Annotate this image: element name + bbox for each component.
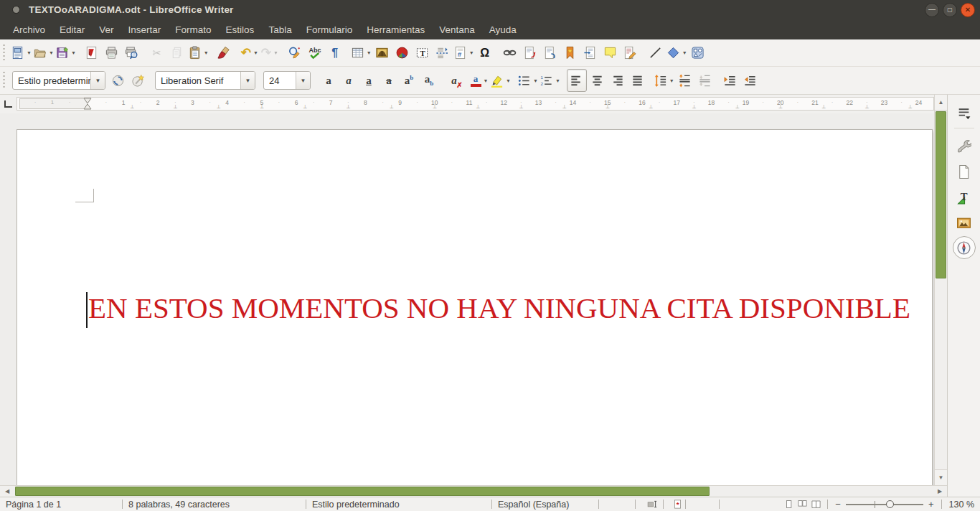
paste-button[interactable]: ▼	[188, 42, 209, 64]
status-page-number[interactable]: Página 1 de 1	[0, 497, 122, 511]
align-left-button[interactable]	[567, 69, 587, 92]
formatting-marks-button[interactable]: ¶	[326, 42, 344, 64]
strikethrough-button[interactable]: a	[380, 70, 398, 91]
redo-dropdown-arrow-icon[interactable]: ▼	[273, 50, 278, 55]
zoom-in-icon[interactable]: +	[928, 500, 934, 509]
zoom-slider[interactable]: − +	[828, 500, 941, 509]
clear-formatting-button[interactable]: a✗	[445, 70, 463, 91]
chevron-down-icon[interactable]: ▼	[90, 72, 105, 89]
menu-ver[interactable]: Ver	[92, 19, 121, 39]
menu-tabla[interactable]: Tabla	[261, 19, 298, 39]
status-page-style[interactable]: Estilo predeterminado	[306, 497, 491, 511]
status-language[interactable]: Español (España)	[492, 497, 598, 511]
vertical-scrollbar[interactable]: ▲ ▼	[934, 95, 947, 485]
document-page[interactable]: EN ESTOS MOMENTOS NO HAY NINGUNA CITA DI…	[17, 129, 933, 485]
unordered-list-dropdown-arrow-icon[interactable]: ▼	[533, 78, 538, 83]
open-dropdown-arrow-icon[interactable]: ▼	[49, 50, 54, 55]
print-button[interactable]	[103, 42, 121, 64]
update-style-button[interactable]	[108, 70, 127, 91]
bold-button[interactable]: a	[319, 70, 338, 91]
find-replace-button[interactable]	[286, 42, 304, 64]
sidebar-tab-sidebar-settings[interactable]	[953, 102, 975, 123]
font-name-combo[interactable]: Liberation Serif ▼	[155, 71, 255, 90]
close-button[interactable]: ✕	[961, 3, 975, 17]
horizontal-ruler[interactable]: 1·2·3·4·5·6·7·8·9·10·11·12·13·14·15·16·1…	[0, 95, 980, 113]
horizontal-scrollbar[interactable]: ◀ ▶	[0, 485, 947, 497]
new-style-button[interactable]	[128, 70, 147, 91]
scroll-left-arrow[interactable]: ◀	[0, 486, 14, 497]
line-spacing-button[interactable]: ▼	[654, 70, 674, 91]
insert-comment-button[interactable]	[601, 42, 620, 64]
spelling-button[interactable]: Abc	[306, 42, 324, 64]
superscript-button[interactable]: ab	[400, 70, 418, 91]
minimize-button[interactable]: —	[925, 3, 939, 17]
paste-dropdown-arrow-icon[interactable]: ▼	[204, 50, 209, 55]
zoom-slider-handle[interactable]	[886, 500, 894, 508]
insert-table-dropdown-arrow-icon[interactable]: ▼	[367, 50, 372, 55]
insert-image-button[interactable]	[373, 42, 392, 64]
vertical-scrollbar-thumb[interactable]	[936, 111, 946, 278]
selection-mode-icon[interactable]	[636, 497, 663, 511]
toolbar-drag-handle[interactable]	[1, 44, 8, 62]
show-draw-functions-button[interactable]	[689, 42, 707, 64]
menu-formato[interactable]: Formato	[168, 19, 218, 39]
font-color-button[interactable]: a▼	[470, 70, 489, 91]
zoom-level[interactable]: 130 %	[942, 497, 980, 511]
increase-indent-button[interactable]	[721, 70, 740, 91]
menu-editar[interactable]: Editar	[52, 19, 92, 39]
view-single-icon[interactable]	[783, 499, 794, 510]
paragraph-style-combo[interactable]: Estilo predeterminado ▼	[12, 71, 105, 90]
insert-table-button[interactable]: ▼	[351, 42, 372, 64]
insert-cross-reference-button[interactable]	[581, 42, 600, 64]
align-center-button[interactable]	[588, 70, 607, 91]
clone-formatting-button[interactable]	[215, 42, 234, 64]
open-button[interactable]: ▼	[33, 42, 54, 64]
indent-marker[interactable]	[83, 96, 92, 114]
insert-line-button[interactable]	[646, 42, 665, 64]
menu-insertar[interactable]: Insertar	[121, 19, 169, 39]
insert-footnote-button[interactable]	[521, 42, 540, 64]
document-workspace[interactable]: EN ESTOS MOMENTOS NO HAY NINGUNA CITA DI…	[0, 113, 934, 485]
font-size-combo[interactable]: 24 ▼	[263, 71, 311, 90]
view-book-icon[interactable]	[811, 499, 821, 510]
export-pdf-button[interactable]	[83, 42, 101, 64]
undo-dropdown-arrow-icon[interactable]: ▼	[253, 50, 258, 55]
font-color-dropdown-arrow-icon[interactable]: ▼	[484, 78, 489, 83]
scroll-right-arrow[interactable]: ▶	[933, 486, 947, 497]
subscript-button[interactable]: ab	[420, 70, 438, 91]
ordered-list-button[interactable]: 12▼	[540, 70, 560, 91]
sidebar-tab-properties[interactable]	[953, 135, 975, 156]
sidebar-tab-navigator[interactable]	[953, 236, 976, 259]
new-document-dropdown-arrow-icon[interactable]: ▼	[27, 50, 32, 55]
line-spacing-dropdown-arrow-icon[interactable]: ▼	[669, 78, 674, 83]
toolbar-drag-handle[interactable]	[1, 72, 8, 89]
menu-archivo[interactable]: Archivo	[6, 19, 52, 39]
sidebar-tab-page[interactable]	[953, 161, 975, 182]
insert-chart-button[interactable]	[393, 42, 412, 64]
underline-button[interactable]: a	[359, 70, 378, 91]
insert-field-button[interactable]: #▼	[453, 42, 474, 64]
print-preview-button[interactable]	[123, 42, 141, 64]
zoom-out-icon[interactable]: −	[835, 500, 841, 509]
menu-ventana[interactable]: Ventana	[432, 19, 482, 39]
basic-shapes-dropdown-arrow-icon[interactable]: ▼	[682, 50, 687, 55]
tab-stop-type-selector[interactable]	[4, 100, 12, 108]
horizontal-scrollbar-thumb[interactable]	[15, 487, 710, 496]
chevron-down-icon[interactable]: ▼	[240, 72, 255, 89]
menu-estilos[interactable]: Estilos	[219, 19, 262, 39]
italic-button[interactable]: a	[339, 70, 358, 91]
maximize-button[interactable]: ▢	[943, 3, 957, 17]
zoom-slider-track[interactable]	[846, 504, 923, 505]
track-changes-button[interactable]	[621, 42, 640, 64]
insert-page-break-button[interactable]	[433, 42, 452, 64]
chevron-down-icon[interactable]: ▼	[296, 72, 310, 89]
menu-herramientas[interactable]: Herramientas	[359, 19, 432, 39]
new-document-button[interactable]: ▼	[11, 42, 32, 64]
view-multi-icon[interactable]	[797, 499, 808, 510]
ordered-list-dropdown-arrow-icon[interactable]: ▼	[555, 78, 560, 83]
menu-ayuda[interactable]: Ayuda	[482, 19, 524, 39]
menu-formulario[interactable]: Formulario	[299, 19, 360, 39]
decrease-indent-button[interactable]	[741, 70, 760, 91]
save-button[interactable]: ▼	[55, 42, 76, 64]
scroll-up-arrow[interactable]: ▲	[935, 95, 947, 111]
